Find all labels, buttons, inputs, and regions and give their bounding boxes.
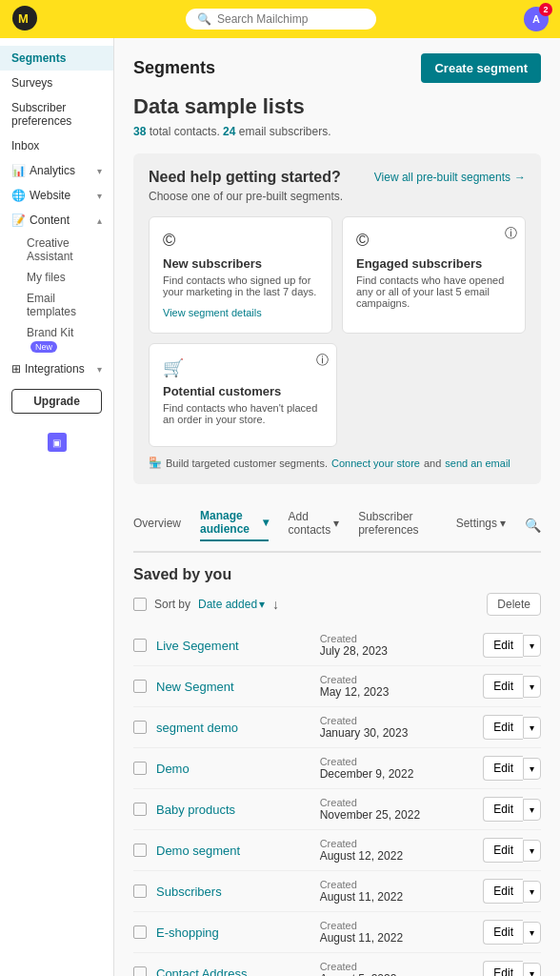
sort-direction-icon[interactable]: ↓ <box>272 597 279 612</box>
sidebar-item-my-files[interactable]: My files <box>15 267 113 288</box>
edit-button-5[interactable]: Edit <box>483 838 523 863</box>
help-subtitle: Choose one of our pre-built segments. <box>149 190 526 203</box>
segment-meta-8: Created August 5, 2022 <box>320 961 474 976</box>
edit-dropdown-6[interactable]: ▾ <box>523 881 541 903</box>
row-checkbox-4[interactable] <box>133 803 147 816</box>
total-contacts-link[interactable]: 38 <box>133 125 146 138</box>
edit-dropdown-7[interactable]: ▾ <box>523 922 541 944</box>
edit-dropdown-0[interactable]: ▾ <box>523 635 541 657</box>
table-row: Subscribers Created August 11, 2022 Edit… <box>133 871 541 912</box>
segment-meta-5: Created August 12, 2022 <box>320 838 474 863</box>
sidebar-item-surveys[interactable]: Surveys <box>0 71 113 95</box>
sidebar-item-inbox[interactable]: Inbox <box>0 133 113 158</box>
segment-name-0[interactable]: Live Segement <box>156 639 310 653</box>
tab-settings[interactable]: Settings ▾ <box>456 517 506 534</box>
edit-dropdown-1[interactable]: ▾ <box>523 676 541 698</box>
tab-manage-audience[interactable]: Manage audience ▾ <box>200 509 269 541</box>
search-input[interactable] <box>217 12 365 26</box>
chevron-down-icon: ▾ <box>97 364 102 375</box>
help-footer: 🏪 Build targeted customer segments. Conn… <box>149 457 526 469</box>
connect-store-link[interactable]: Connect your store <box>331 458 420 469</box>
tab-add-contacts[interactable]: Add contacts ▾ <box>288 510 339 540</box>
edit-dropdown-4[interactable]: ▾ <box>523 799 541 821</box>
segment-name-6[interactable]: Subscribers <box>156 884 310 899</box>
edit-button-0[interactable]: Edit <box>483 633 523 658</box>
sidebar-item-creative-assistant[interactable]: Creative Assistant <box>15 233 113 267</box>
sidebar-group-content[interactable]: 📝 Content ▴ <box>0 208 113 233</box>
new-subscribers-card: © New subscribers Find contacts who sign… <box>149 216 332 334</box>
chevron-down-icon: ▾ <box>97 166 102 176</box>
segment-name-8[interactable]: Contact Address <box>156 966 310 977</box>
row-checkbox-6[interactable] <box>133 884 147 898</box>
sidebar-group-website[interactable]: 🌐 Website ▾ <box>0 183 113 208</box>
audience-tabs: Overview Manage audience ▾ Add contacts … <box>133 499 541 553</box>
segment-meta-3: Created December 9, 2022 <box>320 756 474 781</box>
create-segment-button[interactable]: Create segment <box>421 53 541 83</box>
view-all-segments-link[interactable]: View all pre-built segments → <box>374 171 526 184</box>
help-box: Need help getting started? View all pre-… <box>133 153 541 484</box>
edit-dropdown-8[interactable]: ▾ <box>523 963 541 977</box>
row-checkbox-8[interactable] <box>133 966 147 976</box>
segment-meta-2: Created January 30, 2023 <box>320 715 474 740</box>
chevron-down-icon: ▾ <box>259 598 265 611</box>
sort-select[interactable]: Date added ▾ <box>198 598 265 611</box>
tab-subscriber-preferences[interactable]: Subscriber preferences <box>358 510 436 540</box>
view-segment-details-link[interactable]: View segment details <box>163 307 262 318</box>
sidebar: Segments Surveys Subscriber preferences … <box>0 38 114 976</box>
sidebar-mini-icon: ▣ <box>48 433 67 452</box>
sidebar-item-segments[interactable]: Segments <box>0 46 113 71</box>
svg-text:M: M <box>18 11 29 26</box>
edit-dropdown-3[interactable]: ▾ <box>523 758 541 780</box>
search-bar[interactable]: 🔍 <box>186 9 376 30</box>
row-checkbox-7[interactable] <box>133 925 147 939</box>
segment-name-baby-products[interactable]: Baby products <box>156 803 310 817</box>
main-content: Segments Create segment Data sample list… <box>114 38 560 976</box>
row-checkbox-0[interactable] <box>133 639 147 652</box>
sidebar-item-email-templates[interactable]: Email templates <box>15 288 113 322</box>
edit-button-8[interactable]: Edit <box>483 961 523 976</box>
sidebar-group-analytics[interactable]: 📊 Analytics ▾ <box>0 158 113 183</box>
row-checkbox-2[interactable] <box>133 721 147 734</box>
segment-name-7[interactable]: E-shopping <box>156 925 310 940</box>
row-checkbox-3[interactable] <box>133 762 147 775</box>
edit-button-4[interactable]: Edit <box>483 797 523 822</box>
segment-name-2[interactable]: segment demo <box>156 721 310 735</box>
segment-cards: © New subscribers Find contacts who sign… <box>149 216 526 334</box>
row-checkbox-1[interactable] <box>133 680 147 693</box>
delete-button[interactable]: Delete <box>487 593 541 616</box>
segment-name-5[interactable]: Demo segment <box>156 844 310 858</box>
edit-group-1: Edit ▾ <box>483 674 541 699</box>
edit-button-3[interactable]: Edit <box>483 756 523 781</box>
edit-group-7: Edit ▾ <box>483 920 541 945</box>
segment-name-1[interactable]: New Segment <box>156 680 310 694</box>
edit-button-6[interactable]: Edit <box>483 879 523 904</box>
edit-group-0: Edit ▾ <box>483 633 541 658</box>
edit-button-1[interactable]: Edit <box>483 674 523 699</box>
search-icon-tab[interactable]: 🔍 <box>525 518 541 533</box>
potential-customers-desc: Find contacts who haven't placed an orde… <box>163 402 323 425</box>
sidebar-group-integrations[interactable]: ⊞ Integrations ▾ <box>0 356 113 381</box>
potential-customers-icon: 🛒 <box>163 357 323 378</box>
upgrade-button[interactable]: Upgrade <box>11 389 102 414</box>
select-all-checkbox[interactable] <box>133 598 147 611</box>
edit-dropdown-5[interactable]: ▾ <box>523 840 541 862</box>
table-row: Baby products Created November 25, 2022 … <box>133 789 541 830</box>
edit-group-5: Edit ▾ <box>483 838 541 863</box>
avatar[interactable]: A 2 <box>524 7 549 31</box>
send-email-link[interactable]: send an email <box>445 458 510 469</box>
website-icon: 🌐 <box>11 189 26 202</box>
edit-button-7[interactable]: Edit <box>483 920 523 945</box>
engaged-subscribers-card: ⓘ © Engaged subscribers Find contacts wh… <box>342 216 526 334</box>
arrow-right-icon: → <box>514 171 526 184</box>
tab-overview[interactable]: Overview <box>133 517 181 534</box>
edit-button-2[interactable]: Edit <box>483 715 523 740</box>
segment-name-3[interactable]: Demo <box>156 762 310 776</box>
row-checkbox-5[interactable] <box>133 844 147 857</box>
potential-customers-title: Potential customers <box>163 384 323 398</box>
email-subscribers-link[interactable]: 24 <box>223 125 235 138</box>
sidebar-item-brand-kit[interactable]: Brand Kit New <box>15 322 113 356</box>
sidebar-item-subscriber-preferences[interactable]: Subscriber preferences <box>0 95 113 133</box>
chevron-down-icon: ▾ <box>97 191 102 201</box>
edit-dropdown-2[interactable]: ▾ <box>523 717 541 739</box>
data-subtitle: 38 total contacts. 24 email subscribers. <box>133 125 541 138</box>
